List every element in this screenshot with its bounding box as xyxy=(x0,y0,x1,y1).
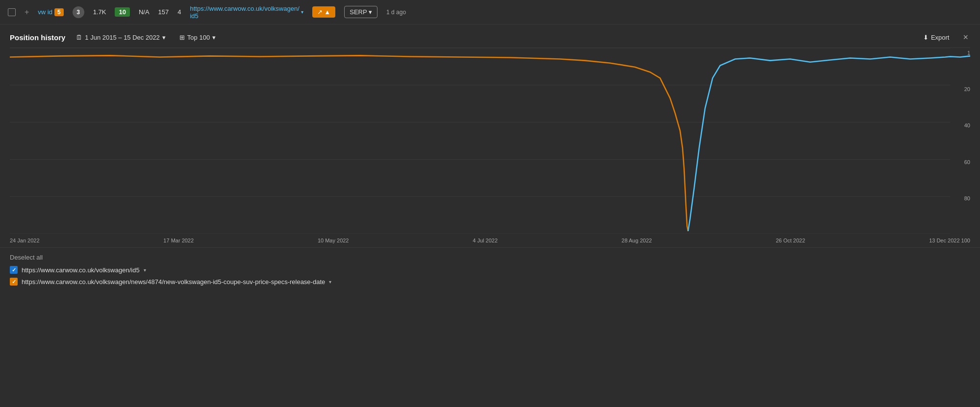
close-button[interactable]: × xyxy=(961,32,970,43)
position-chart xyxy=(10,48,970,234)
date-range-label: 1 Jun 2015 – 15 Dec 2022 xyxy=(85,34,160,41)
export-icon: ⬇ xyxy=(923,34,929,41)
row-checkbox[interactable] xyxy=(8,8,16,16)
x-label-jan: 24 Jan 2022 xyxy=(10,238,40,243)
legend-arrow-1[interactable]: ▾ xyxy=(144,267,146,273)
url-link[interactable]: https://www.carwow.co.uk/volkswagen/id5 … xyxy=(190,5,303,20)
legend-checkbox-2[interactable]: ✓ xyxy=(10,278,18,286)
time-ago: 1 d ago xyxy=(386,9,406,16)
top100-button[interactable]: ⊞ Top 100 ▾ xyxy=(176,32,219,43)
url-dropdown-arrow: ▾ xyxy=(301,9,303,15)
panel-header: Position history 🗓 1 Jun 2015 – 15 Dec 2… xyxy=(0,24,980,48)
legend-checkbox-1[interactable]: ✓ xyxy=(10,266,18,274)
x-label-oct: 26 Oct 2022 xyxy=(776,238,805,243)
y-label-40: 40 xyxy=(953,122,970,128)
url-text: https://www.carwow.co.uk/volkswagen/id5 xyxy=(190,5,299,20)
keyword-badge: 5 xyxy=(54,8,64,16)
y-axis-labels: 1 20 40 60 80 xyxy=(953,48,970,234)
y-label-20: 20 xyxy=(953,86,970,92)
stat-na: N/A xyxy=(139,8,150,16)
legend-arrow-2[interactable]: ▾ xyxy=(329,279,331,285)
legend-url-1: https://www.carwow.co.uk/volkswagen/id5 xyxy=(22,266,140,274)
y-label-60: 60 xyxy=(953,159,970,165)
x-label-aug: 28 Aug 2022 xyxy=(622,238,652,243)
top-bar: + vw id 5 3 1.7K 10 N/A 157 4 https://ww… xyxy=(0,0,980,24)
panel-title: Position history xyxy=(10,33,65,42)
top100-dropdown: ▾ xyxy=(212,34,216,41)
stat-position: 10 xyxy=(115,7,129,17)
legend-item-1: ✓ https://www.carwow.co.uk/volkswagen/id… xyxy=(10,266,970,274)
export-label: Export xyxy=(931,34,950,41)
x-label-jul: 4 Jul 2022 xyxy=(473,238,498,243)
table-icon: ⊞ xyxy=(179,34,185,41)
stat-157: 157 xyxy=(158,8,169,16)
x-label-dec: 13 Dec 2022 100 xyxy=(929,238,970,243)
stat-volume: 1.7K xyxy=(93,8,106,16)
x-axis-labels: 24 Jan 2022 17 Mar 2022 10 May 2022 4 Ju… xyxy=(0,234,980,247)
export-button[interactable]: ⬇ Export xyxy=(919,32,954,43)
legend-area: Deselect all ✓ https://www.carwow.co.uk/… xyxy=(0,247,980,295)
legend-url-2: https://www.carwow.co.uk/volkswagen/news… xyxy=(22,278,325,286)
y-label-80: 80 xyxy=(953,195,970,201)
legend-item-2: ✓ https://www.carwow.co.uk/volkswagen/ne… xyxy=(10,278,970,286)
x-label-may: 10 May 2022 xyxy=(318,238,349,243)
checkmark-2: ✓ xyxy=(12,279,16,285)
keyword-tag: vw id 5 xyxy=(38,8,63,16)
serp-button[interactable]: SERP ▾ xyxy=(344,6,377,18)
calendar-icon: 🗓 xyxy=(76,34,82,41)
chart-area: 1 20 40 60 80 xyxy=(10,48,970,234)
checkmark-1: ✓ xyxy=(12,267,16,273)
top100-label: Top 100 xyxy=(187,34,210,41)
date-range-dropdown: ▾ xyxy=(162,34,166,41)
add-icon[interactable]: + xyxy=(25,8,29,17)
y-label-1: 1 xyxy=(953,50,970,56)
position-history-panel: Position history 🗓 1 Jun 2015 – 15 Dec 2… xyxy=(0,24,980,295)
stat-4: 4 xyxy=(177,8,181,16)
deselect-all-button[interactable]: Deselect all xyxy=(10,254,970,261)
x-label-mar: 17 Mar 2022 xyxy=(163,238,194,243)
trend-button[interactable]: ↗ ▲ xyxy=(312,6,335,18)
keyword-text: vw id xyxy=(38,8,52,16)
badge-count: 3 xyxy=(73,6,84,18)
date-range-button[interactable]: 🗓 1 Jun 2015 – 15 Dec 2022 ▾ xyxy=(73,32,169,43)
